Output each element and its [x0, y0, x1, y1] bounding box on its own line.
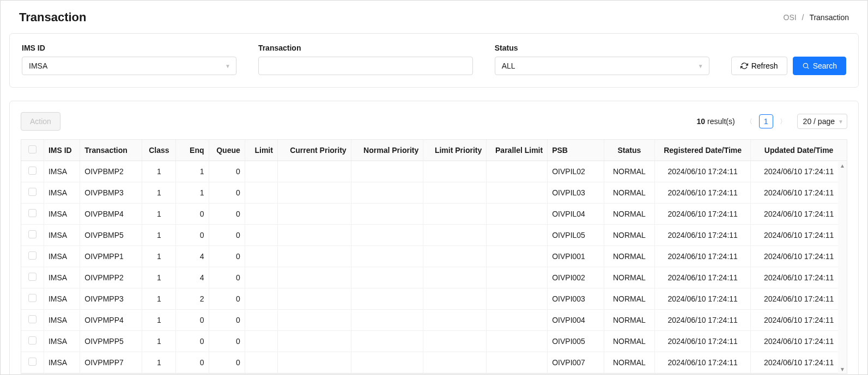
cell-limit-priority: [423, 182, 487, 204]
action-button[interactable]: Action: [21, 112, 60, 131]
row-checkbox[interactable]: [28, 167, 37, 175]
col-header-current-priority[interactable]: Current Priority: [277, 140, 351, 161]
svg-point-0: [803, 63, 808, 67]
cell-current-priority: [277, 182, 351, 204]
row-checkbox[interactable]: [28, 251, 37, 260]
cell-ims-id: IMSA: [44, 352, 80, 373]
cell-psb: OIVPIL04: [548, 204, 604, 225]
col-header-registered[interactable]: Registered Date/Time: [655, 140, 751, 161]
cell-registered: 2024/06/10 17:24:11: [655, 246, 751, 267]
cell-normal-priority: [351, 352, 423, 373]
col-header-queue[interactable]: Queue: [209, 140, 245, 161]
transaction-label: Transaction: [258, 44, 473, 52]
cell-class: 1: [142, 288, 176, 310]
cell-normal-priority: [351, 288, 423, 310]
cell-limit: [245, 182, 277, 204]
cell-limit-priority: [423, 161, 487, 182]
cell-ims-id: IMSA: [44, 288, 80, 310]
cell-class: 1: [142, 204, 176, 225]
row-checkbox[interactable]: [28, 336, 37, 345]
cell-class: 1: [142, 352, 176, 373]
col-header-limit[interactable]: Limit: [245, 140, 277, 161]
cell-limit-priority: [423, 352, 487, 373]
cell-parallel-limit: [487, 246, 548, 267]
select-all-checkbox[interactable]: [28, 145, 37, 153]
col-header-enq[interactable]: Enq: [176, 140, 209, 161]
chevron-down-icon: ▼: [698, 63, 703, 69]
cell-updated: 2024/06/10 17:24:11: [751, 225, 847, 246]
cell-checkbox: [21, 267, 44, 288]
cell-updated: 2024/06/10 17:24:11: [751, 267, 847, 288]
page-next-button[interactable]: 〉: [776, 115, 790, 128]
cell-transaction: OIVPBMP5: [80, 225, 142, 246]
refresh-button[interactable]: Refresh: [731, 57, 787, 75]
col-header-class[interactable]: Class: [142, 140, 176, 161]
cell-limit: [245, 331, 277, 352]
cell-limit: [245, 246, 277, 267]
table-row[interactable]: IMSAOIVPBMP5100OIVPIL05NORMAL2024/06/10 …: [21, 225, 847, 246]
row-checkbox[interactable]: [28, 358, 37, 366]
col-header-transaction[interactable]: Transaction: [80, 140, 142, 161]
col-header-normal-priority[interactable]: Normal Priority: [351, 140, 423, 161]
table-row[interactable]: IMSAOIVPBMP2110OIVPIL02NORMAL2024/06/10 …: [21, 161, 847, 182]
table-row[interactable]: IMSAOIVPMPP4100OIVPI004NORMAL2024/06/10 …: [21, 310, 847, 331]
result-count: 10 result(s): [697, 117, 735, 126]
cell-limit: [245, 204, 277, 225]
cell-transaction: OIVPBMP2: [80, 161, 142, 182]
cell-updated: 2024/06/10 17:24:11: [751, 204, 847, 225]
cell-transaction: OIVPMPP4: [80, 310, 142, 331]
ims-id-select[interactable]: IMSA ▼: [22, 57, 236, 75]
row-checkbox[interactable]: [28, 315, 37, 323]
breadcrumb-root[interactable]: OSI: [784, 13, 797, 22]
table-row[interactable]: IMSAOIVPMPP5100OIVPI005NORMAL2024/06/10 …: [21, 331, 847, 352]
cell-class: 1: [142, 225, 176, 246]
cell-queue: 0: [209, 331, 245, 352]
page-size-select[interactable]: 20 / page ▼: [797, 114, 847, 129]
cell-transaction: OIVPMPP2: [80, 267, 142, 288]
table-row[interactable]: IMSAOIVPMPP3120OIVPI003NORMAL2024/06/10 …: [21, 288, 847, 310]
cell-limit: [245, 288, 277, 310]
cell-enq: 1: [176, 161, 209, 182]
table-row[interactable]: IMSAOIVPMPP7100OIVPI007NORMAL2024/06/10 …: [21, 352, 847, 373]
col-header-parallel-limit[interactable]: Parallel Limit: [487, 140, 548, 161]
table-row[interactable]: IMSAOIVPBMP4100OIVPIL04NORMAL2024/06/10 …: [21, 204, 847, 225]
status-select[interactable]: ALL ▼: [495, 57, 709, 75]
cell-checkbox: [21, 246, 44, 267]
col-header-status[interactable]: Status: [604, 140, 654, 161]
cell-enq: 4: [176, 267, 209, 288]
page-header: Transaction OSI / Transaction: [1, 1, 867, 33]
page-number[interactable]: 1: [759, 114, 773, 128]
col-header-ims-id[interactable]: IMS ID: [44, 140, 80, 161]
cell-ims-id: IMSA: [44, 267, 80, 288]
table-row[interactable]: IMSAOIVPMPP1140OIVPI001NORMAL2024/06/10 …: [21, 246, 847, 267]
row-checkbox[interactable]: [28, 294, 37, 302]
col-header-psb[interactable]: PSB: [548, 140, 604, 161]
cell-checkbox: [21, 331, 44, 352]
transaction-table: IMS ID Transaction Class Enq Queue Limit…: [21, 140, 847, 373]
row-checkbox[interactable]: [28, 209, 37, 217]
table-row[interactable]: IMSAOIVPBMP3110OIVPIL03NORMAL2024/06/10 …: [21, 182, 847, 204]
cell-psb: OIVPIL05: [548, 225, 604, 246]
vertical-scrollbar[interactable]: ▲ ▼: [838, 162, 847, 373]
table-body: IMSAOIVPBMP2110OIVPIL02NORMAL2024/06/10 …: [21, 161, 847, 373]
cell-normal-priority: [351, 225, 423, 246]
cell-parallel-limit: [487, 161, 548, 182]
cell-psb: OIVPI002: [548, 267, 604, 288]
cell-parallel-limit: [487, 182, 548, 204]
ims-id-label: IMS ID: [22, 44, 236, 52]
col-header-limit-priority[interactable]: Limit Priority: [423, 140, 487, 161]
page-prev-button[interactable]: 〈: [743, 115, 756, 128]
cell-enq: 1: [176, 182, 209, 204]
cell-updated: 2024/06/10 17:24:11: [751, 288, 847, 310]
row-checkbox[interactable]: [28, 230, 37, 238]
cell-registered: 2024/06/10 17:24:11: [655, 161, 751, 182]
row-checkbox[interactable]: [28, 273, 37, 281]
search-button[interactable]: Search: [793, 57, 846, 75]
cell-queue: 0: [209, 246, 245, 267]
col-header-updated[interactable]: Updated Date/Time: [751, 140, 847, 161]
transaction-input[interactable]: [258, 57, 473, 75]
cell-psb: OIVPI001: [548, 246, 604, 267]
row-checkbox[interactable]: [28, 188, 37, 196]
cell-status: NORMAL: [604, 310, 654, 331]
table-row[interactable]: IMSAOIVPMPP2140OIVPI002NORMAL2024/06/10 …: [21, 267, 847, 288]
